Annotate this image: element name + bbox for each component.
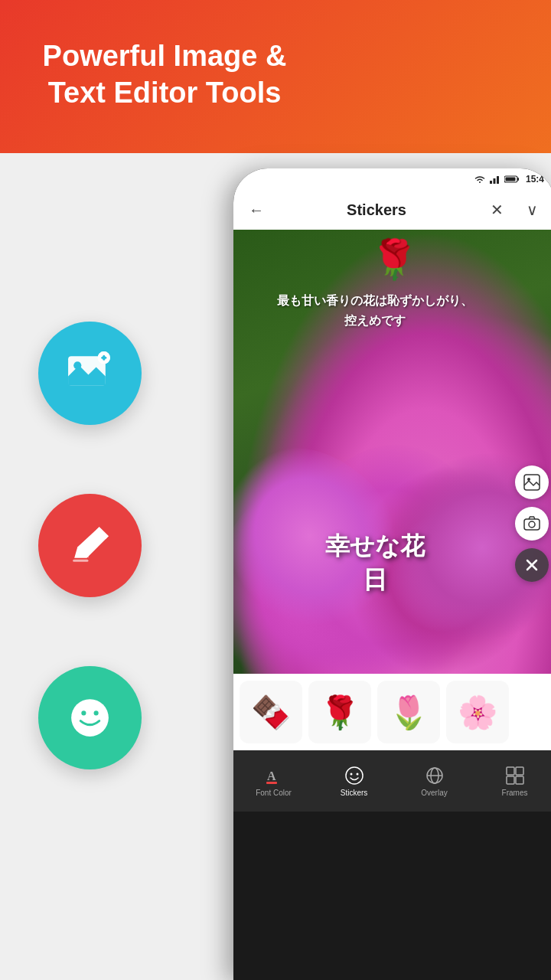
toolbar-stickers[interactable]: Stickers — [314, 750, 394, 812]
svg-rect-17 — [505, 178, 515, 181]
phone-mockup: 15:4 ← Stickers ✕ ∨ 🌹 最も甘い香りの花は恥ずかしがり、 控… — [233, 168, 551, 980]
font-color-icon: A — [264, 766, 284, 786]
svg-point-9 — [71, 699, 109, 737]
close-button[interactable]: ✕ — [483, 196, 510, 224]
svg-point-1 — [73, 361, 81, 369]
battery-icon — [504, 175, 520, 184]
svg-point-10 — [81, 710, 86, 715]
canvas-action-buttons — [515, 466, 549, 582]
svg-point-11 — [94, 710, 99, 715]
font-color-label: Font Color — [256, 789, 292, 797]
gallery-fab[interactable] — [515, 466, 549, 499]
svg-rect-8 — [73, 560, 88, 562]
gallery-icon — [523, 474, 540, 491]
clock: 15:4 — [526, 174, 544, 185]
svg-rect-20 — [524, 519, 540, 530]
canvas-text-bottom[interactable]: 幸せな花 日 — [241, 530, 509, 597]
camera-icon — [523, 515, 540, 532]
stickers-label: Stickers — [341, 789, 368, 797]
sticker-button[interactable] — [38, 666, 142, 769]
svg-point-26 — [346, 767, 363, 784]
toolbar-overlay[interactable]: Overlay — [394, 750, 474, 812]
sticker-blossom[interactable]: 🌸 — [446, 681, 509, 743]
camera-fab[interactable] — [515, 507, 549, 541]
svg-rect-25 — [266, 782, 277, 784]
svg-rect-16 — [517, 178, 519, 181]
image-plus-icon — [65, 348, 115, 398]
svg-point-21 — [529, 521, 535, 528]
image-canvas: 🌹 最も甘い香りの花は恥ずかしがり、 控えめです 幸せな花 日 — [233, 230, 551, 674]
sticker-chocolate[interactable]: 🍫 — [240, 681, 302, 743]
signal-icon — [489, 175, 501, 184]
chevron-down-button[interactable]: ∨ — [518, 196, 546, 224]
svg-rect-12 — [490, 181, 492, 184]
close-icon — [525, 558, 539, 572]
svg-rect-35 — [516, 776, 523, 784]
status-bar: 15:4 — [233, 168, 551, 190]
edit-button[interactable] — [38, 494, 142, 597]
svg-point-28 — [356, 773, 358, 775]
phone-shell: 15:4 ← Stickers ✕ ∨ 🌹 最も甘い香りの花は恥ずかしがり、 控… — [233, 168, 551, 980]
remove-fab[interactable] — [515, 548, 549, 582]
back-button[interactable]: ← — [243, 196, 270, 224]
status-icons: 15:4 — [474, 174, 544, 185]
add-image-button[interactable] — [38, 322, 142, 425]
sticker-rose[interactable]: 🌹 — [308, 681, 371, 743]
bottom-toolbar: A Font Color Stickers — [233, 750, 551, 812]
screen-title: Stickers — [278, 201, 475, 219]
svg-point-27 — [350, 773, 352, 775]
svg-rect-14 — [497, 176, 499, 184]
rose-sticker[interactable]: 🌹 — [370, 237, 418, 282]
sticker-icon — [344, 766, 364, 786]
overlay-label: Overlay — [421, 789, 447, 797]
toolbar-frames[interactable]: Frames — [474, 750, 551, 812]
svg-text:A: A — [267, 769, 276, 782]
sticker-row: 🍫 🌹 🌷 🌸 — [233, 674, 551, 750]
hero-title: Powerful Image & Text Editor Tools — [23, 38, 306, 111]
frames-label: Frames — [502, 789, 528, 797]
canvas-text-top[interactable]: 最も甘い香りの花は恥ずかしがり、 控えめです — [241, 291, 509, 330]
toolbar-font-color[interactable]: A Font Color — [233, 750, 314, 812]
overlay-icon — [425, 766, 445, 786]
frames-icon — [505, 766, 525, 786]
top-bar: ← Stickers ✕ ∨ — [233, 190, 551, 230]
smiley-icon — [65, 693, 115, 743]
svg-rect-33 — [516, 767, 523, 775]
pencil-icon — [65, 521, 115, 570]
svg-rect-7 — [103, 355, 105, 361]
feature-icons-list — [38, 322, 142, 769]
svg-rect-32 — [507, 767, 514, 775]
svg-rect-34 — [507, 776, 514, 784]
svg-rect-13 — [493, 178, 495, 184]
wifi-icon — [474, 175, 486, 184]
sticker-tulip[interactable]: 🌷 — [377, 681, 440, 743]
